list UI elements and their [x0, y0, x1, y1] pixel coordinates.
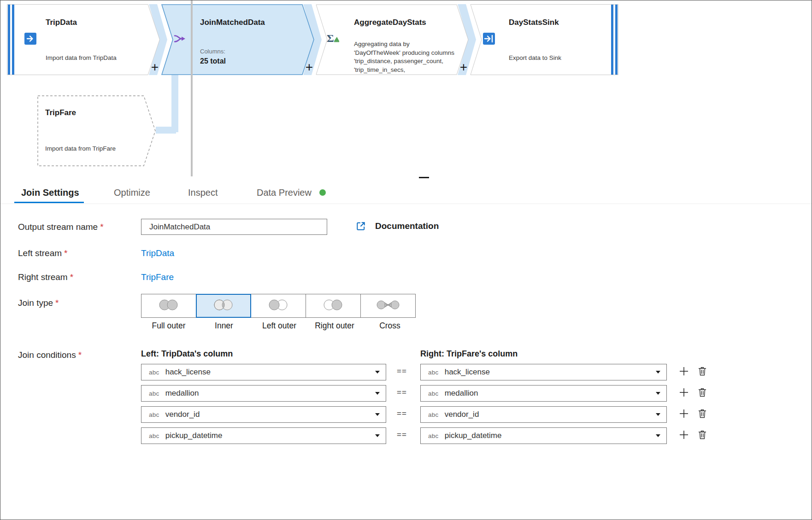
external-link-icon [356, 221, 366, 231]
node-title: JoinMatchedData [200, 18, 265, 27]
join-type-right-outer[interactable] [306, 294, 361, 318]
node-description: Import data from TripFare [45, 145, 116, 153]
output-stream-name-input[interactable] [141, 219, 327, 235]
svg-text:Σ: Σ [327, 32, 334, 44]
right-column-header: Right: TripFare's column [420, 349, 518, 359]
data-preview-status-dot [319, 189, 326, 196]
join-type-inner[interactable] [196, 294, 251, 318]
delete-condition-button[interactable] [694, 364, 711, 380]
settings-tabstrip: Join Settings Optimize Inspect Data Prev… [0, 184, 812, 204]
tab-join-settings[interactable]: Join Settings [21, 187, 79, 198]
join-icon [173, 32, 187, 46]
string-type-icon: abc [149, 432, 159, 439]
join-type-full-outer[interactable] [141, 294, 196, 318]
left-column-header: Left: TripData's column [141, 349, 233, 359]
left-stream-label: Left stream* [18, 248, 67, 258]
string-type-icon: abc [428, 369, 439, 376]
equals-operator: == [390, 388, 414, 397]
trash-icon [698, 387, 707, 399]
column-name: medallion [445, 389, 478, 398]
label-text: Join conditions [18, 350, 76, 360]
documentation-link[interactable]: Documentation [356, 221, 439, 231]
equals-operator: == [390, 430, 414, 439]
node-daystatssink[interactable]: DayStatsSink Export data to Sink [470, 4, 618, 75]
connector-tripfare-horizontal [156, 127, 176, 134]
caret-down-icon [656, 434, 660, 437]
join-type-option-label: Full outer [141, 321, 196, 331]
delete-condition-button[interactable] [694, 406, 711, 423]
node-description: Import data from TripData [46, 54, 117, 63]
column-name: vendor_id [165, 410, 200, 419]
right-column-dropdown[interactable]: abc vendor_id [420, 406, 667, 423]
node-tripfare[interactable]: TripFare Import data from TripFare [37, 95, 156, 166]
plus-icon [678, 408, 689, 421]
join-type-option-label: Right outer [307, 321, 362, 331]
add-transformation-button[interactable]: + [302, 61, 316, 75]
label-text: Left stream [18, 248, 62, 258]
inner-venn-icon [211, 298, 236, 314]
add-condition-button[interactable] [676, 427, 692, 444]
add-condition-button[interactable] [676, 385, 692, 402]
caret-down-icon [375, 413, 380, 416]
tab-data-preview[interactable]: Data Preview [257, 187, 312, 198]
column-name: hack_license [165, 368, 211, 377]
node-joinmatcheddata[interactable]: JoinMatchedData Columns: 25 total [161, 4, 314, 75]
join-type-option-label: Cross [362, 321, 418, 331]
left-column-dropdown[interactable]: abc vendor_id [141, 406, 386, 423]
tabstrip-border [0, 204, 812, 204]
column-name: medallion [165, 389, 199, 398]
aggregate-icon: Σ [326, 31, 340, 45]
string-type-icon: abc [149, 390, 159, 397]
caret-down-icon [375, 371, 380, 374]
tab-optimize[interactable]: Optimize [114, 187, 150, 198]
plus-icon [678, 387, 689, 400]
right-column-dropdown[interactable]: abc hack_license [420, 364, 667, 380]
canvas-divider [191, 0, 193, 176]
string-type-icon: abc [428, 411, 439, 418]
right-stream-value-link[interactable]: TripFare [141, 272, 174, 282]
source-icon [24, 32, 37, 46]
left-column-dropdown[interactable]: abc hack_license [141, 364, 386, 380]
required-marker: * [70, 272, 73, 282]
right-column-dropdown[interactable]: abc medallion [420, 385, 667, 402]
delete-condition-button[interactable] [694, 427, 711, 444]
join-type-selector [141, 294, 416, 318]
label-text: Output stream name [18, 222, 98, 232]
node-title: TripData [46, 18, 77, 27]
column-name: hack_license [445, 368, 490, 377]
plus-icon [678, 366, 689, 379]
add-condition-button[interactable] [676, 406, 692, 423]
right-outer-venn-icon [321, 298, 346, 314]
left-column-dropdown[interactable]: abc medallion [141, 385, 386, 402]
left-stream-value-link[interactable]: TripData [141, 248, 174, 258]
tab-inspect[interactable]: Inspect [188, 187, 218, 198]
add-transformation-button[interactable]: + [457, 61, 471, 75]
cross-join-icon [376, 298, 400, 314]
delete-condition-button[interactable] [694, 385, 711, 402]
add-condition-button[interactable] [676, 364, 692, 380]
column-name: pickup_datetime [165, 431, 223, 440]
node-title: DayStatsSink [509, 18, 559, 27]
column-name: vendor_id [445, 410, 479, 419]
panel-resize-handle[interactable] [419, 177, 429, 178]
join-type-option-label: Left outer [252, 321, 307, 331]
label-text: Right stream [18, 272, 68, 282]
caret-down-icon [656, 392, 660, 395]
node-tripdata[interactable]: TripData Import data from TripData [7, 4, 160, 75]
string-type-icon: abc [428, 432, 439, 439]
left-column-dropdown[interactable]: abc pickup_datetime [141, 427, 386, 444]
equals-operator: == [390, 409, 414, 418]
trash-icon [698, 430, 707, 442]
dataflow-editor-window: TripData Import data from TripData JoinM… [0, 0, 812, 520]
caret-down-icon [375, 434, 380, 437]
join-type-cross[interactable] [360, 294, 416, 318]
join-type-option-labels: Full outer Inner Left outer Right outer … [141, 321, 418, 331]
active-tab-underline [14, 202, 84, 203]
add-transformation-button[interactable]: + [148, 61, 162, 75]
caret-down-icon [375, 392, 380, 395]
right-column-dropdown[interactable]: abc pickup_datetime [420, 427, 667, 444]
node-aggregatedaystats[interactable]: Σ AggregateDayStats Aggregating data by … [316, 4, 469, 75]
join-type-option-label: Inner [196, 321, 252, 331]
join-type-left-outer[interactable] [251, 294, 306, 318]
caret-down-icon [656, 413, 660, 416]
